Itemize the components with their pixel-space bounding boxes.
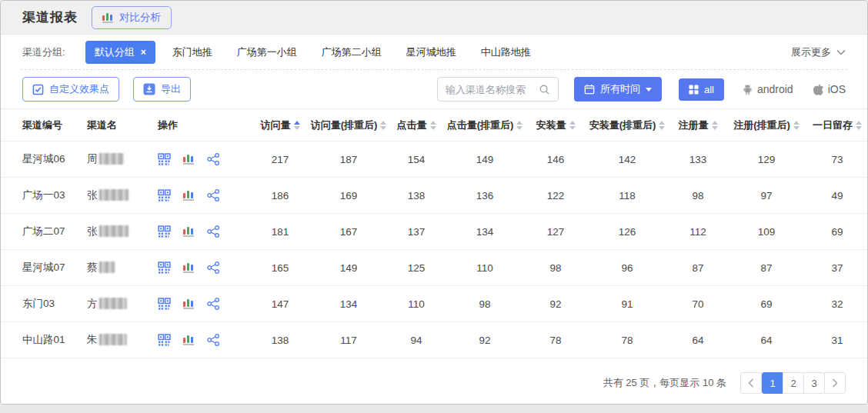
column-header-4[interactable]: 访问量(排重后) [309, 109, 389, 142]
column-header-5[interactable]: 点击量 [389, 109, 444, 142]
column-label: 渠道名 [87, 118, 117, 132]
selected-group-tag[interactable]: 默认分组 × [85, 41, 155, 64]
bar-chart-icon[interactable] [183, 335, 195, 345]
group-tag-3[interactable]: 星河城地推 [406, 46, 456, 58]
share-icon[interactable] [207, 225, 220, 238]
table-row: 星河城07蔡 1651491251109896878737 [1, 250, 868, 286]
column-header-3[interactable]: 访问量 [252, 109, 309, 142]
export-button[interactable]: 导出 [133, 77, 191, 102]
bar-chart-icon[interactable] [183, 262, 195, 273]
bar-chart-icon[interactable] [183, 226, 195, 237]
value-cell: 87 [669, 250, 727, 286]
download-icon [143, 83, 155, 95]
share-icon[interactable] [207, 189, 220, 202]
search-input[interactable] [446, 84, 539, 95]
sort-caret-icon[interactable] [430, 121, 436, 130]
sort-caret-icon[interactable] [856, 121, 862, 130]
bar-chart-icon[interactable] [183, 190, 195, 201]
show-more-label: 展示更多 [791, 45, 831, 59]
column-header-6[interactable]: 点击量(排重后) [444, 109, 526, 142]
share-icon[interactable] [207, 153, 220, 165]
ops-cell [158, 322, 252, 358]
value-cell: 122 [526, 178, 586, 214]
platform-ios-option[interactable]: iOS [813, 83, 846, 95]
channel-name-cell: 朱 [87, 322, 158, 358]
redacted-name-mask [99, 153, 124, 165]
channel-name-prefix: 张 [87, 225, 98, 237]
value-cell: 165 [252, 250, 309, 286]
column-header-7[interactable]: 安装量 [526, 109, 586, 142]
column-header-2: 操作 [158, 109, 252, 142]
value-cell: 146 [526, 142, 586, 178]
remove-tag-icon[interactable]: × [141, 47, 146, 58]
value-cell: 136 [444, 178, 526, 214]
value-cell: 142 [586, 142, 669, 178]
sort-caret-icon[interactable] [569, 121, 576, 130]
group-tag-2[interactable]: 广场第二小组 [322, 46, 382, 58]
chevron-left-icon [748, 378, 754, 388]
app-window: 渠道报表 对比分析 渠道分组: 默认分组 × 东门地推广场第一小组广场第二小组星… [0, 0, 868, 405]
table-body: 星河城06周 21718715414914614213312973广场一03 [1, 142, 868, 358]
sort-caret-icon[interactable] [516, 121, 522, 130]
column-header-8[interactable]: 安装量(排重后) [586, 109, 669, 142]
ops-cell [158, 250, 252, 286]
ops-cell [158, 286, 252, 322]
value-cell: 134 [309, 286, 389, 322]
qr-code-icon[interactable] [158, 153, 171, 166]
sort-caret-icon[interactable] [659, 121, 665, 130]
page-button-1[interactable]: 1 [762, 372, 783, 394]
sort-caret-icon[interactable] [793, 121, 800, 130]
bar-chart-icon[interactable] [183, 298, 195, 309]
sort-caret-icon[interactable] [712, 121, 718, 130]
android-icon [743, 84, 753, 95]
compare-analysis-button[interactable]: 对比分析 [92, 6, 172, 29]
platform-all-button[interactable]: all [679, 78, 724, 101]
bar-chart-icon[interactable] [183, 154, 195, 165]
value-cell: 134 [444, 214, 526, 250]
value-cell: 70 [669, 286, 727, 322]
sort-caret-icon[interactable] [380, 121, 386, 130]
value-cell: 112 [669, 214, 727, 250]
group-tag-4[interactable]: 中山路地推 [481, 46, 531, 58]
qr-code-icon[interactable] [158, 189, 171, 202]
value-cell: 64 [669, 322, 727, 358]
caret-down-icon [646, 88, 652, 92]
search-icon[interactable] [539, 84, 550, 95]
column-header-9[interactable]: 注册量 [669, 109, 727, 142]
platform-android-option[interactable]: android [743, 83, 793, 95]
group-tag-0[interactable]: 东门地推 [172, 46, 212, 58]
column-label: 渠道编号 [22, 118, 62, 132]
qr-code-icon[interactable] [158, 261, 171, 275]
share-icon[interactable] [207, 334, 220, 346]
channel-name-prefix: 方 [87, 298, 98, 309]
share-icon[interactable] [207, 261, 220, 274]
custom-effect-points-button[interactable]: 自定义效果点 [22, 77, 119, 102]
value-cell: 78 [586, 322, 669, 358]
checkbox-checked-icon [32, 84, 44, 95]
page-button-3[interactable]: 3 [803, 372, 825, 394]
qr-code-icon[interactable] [158, 334, 171, 347]
value-cell: 98 [526, 250, 586, 286]
channel-search-box[interactable] [437, 77, 559, 102]
calendar-icon [584, 84, 595, 95]
column-label: 一日留存 [813, 118, 853, 132]
value-cell: 169 [309, 178, 389, 214]
column-header-11[interactable]: 一日留存 [806, 109, 868, 142]
time-filter-button[interactable]: 所有时间 [574, 77, 662, 102]
qr-code-icon[interactable] [158, 225, 171, 238]
value-cell: 187 [309, 142, 389, 178]
column-header-10[interactable]: 注册(排重后) [727, 109, 806, 142]
page-button-2[interactable]: 2 [783, 372, 804, 394]
channel-name-cell: 周 [87, 142, 158, 178]
share-icon[interactable] [207, 298, 220, 310]
channel-code-cell: 广场二07 [1, 214, 87, 250]
value-cell: 129 [727, 142, 806, 178]
prev-page-button[interactable] [740, 372, 762, 394]
show-more-toggle[interactable]: 展示更多 [791, 45, 846, 59]
group-tag-1[interactable]: 广场第一小组 [237, 46, 297, 58]
toolbar: 自定义效果点 导出 [1, 70, 867, 108]
value-cell: 94 [389, 322, 444, 358]
next-page-button[interactable] [824, 372, 846, 394]
sort-caret-icon[interactable] [294, 121, 300, 130]
qr-code-icon[interactable] [158, 298, 171, 311]
